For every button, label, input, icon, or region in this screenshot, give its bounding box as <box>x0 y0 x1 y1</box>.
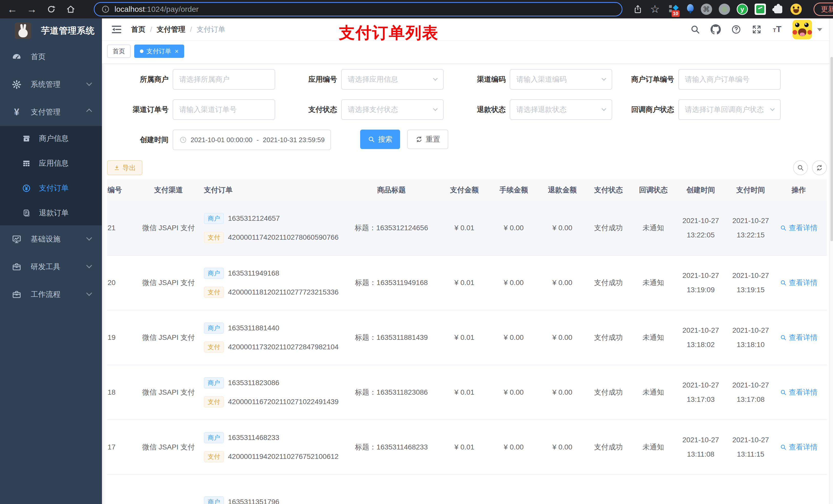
menu-item-label: 首页 <box>31 52 46 62</box>
pin-extension-icon[interactable] <box>687 4 694 15</box>
sidebar-item-商户信息[interactable]: 商户信息 <box>0 126 102 151</box>
command-extension-icon[interactable]: ⌘ <box>701 4 712 15</box>
cell-notify-status <box>631 475 676 504</box>
refresh-table-button[interactable] <box>812 160 827 175</box>
recorder-extension-icon[interactable] <box>719 4 730 15</box>
search-icon <box>368 136 375 143</box>
time-line: 13:22:15 <box>737 229 765 241</box>
cell-id <box>107 475 122 504</box>
search-button[interactable]: 搜索 <box>360 129 400 149</box>
cell-created: 2021-10-2713:22:05 <box>676 201 726 255</box>
filter-input-所属商户[interactable]: 请选择所属商户 <box>173 69 275 90</box>
view-detail-link[interactable]: 查看详情 <box>780 442 818 452</box>
time-line: 13:19:15 <box>737 284 765 296</box>
filter-row-1: 所属商户请选择所属商户应用编号请选择应用信息渠道编码请输入渠道编码商户订单编号请… <box>107 69 833 90</box>
pay-order-tag: 支付 <box>204 396 224 407</box>
sidebar-item-退款订单[interactable]: 退款订单 <box>0 200 102 225</box>
question-button[interactable] <box>731 24 742 35</box>
merchant-order-tag: 商户 <box>204 377 224 388</box>
time-line: 2021-10-27 <box>682 434 719 446</box>
chat-extension-icon[interactable] <box>755 4 766 15</box>
merchant-order-no: 1635311949168 <box>228 269 279 278</box>
filter-select-支付状态[interactable]: 请选择支付状态 <box>341 99 444 120</box>
table-row: 商户1635311351796 <box>107 475 827 504</box>
cell-notify-status: 未通知 <box>631 420 676 474</box>
home-icon[interactable] <box>63 2 78 17</box>
filter-select-应用编号[interactable]: 请选择应用信息 <box>341 69 444 90</box>
scrollbar-thumb[interactable] <box>830 57 833 241</box>
sidebar-item-工作流程[interactable]: 工作流程 <box>0 281 102 308</box>
search-button[interactable] <box>690 24 701 35</box>
tab-close-icon[interactable]: × <box>175 47 178 55</box>
table-row: 20微信 JSAPI 支付商户1635311949168支付4200001181… <box>107 256 827 310</box>
view-detail-link[interactable]: 查看详情 <box>780 387 818 397</box>
filter-input-商户订单编号[interactable]: 请输入商户订单编号 <box>678 69 781 90</box>
filter-input-渠道订单号[interactable]: 请输入渠道订单号 <box>173 99 275 120</box>
caret-down-icon[interactable] <box>817 28 822 34</box>
view-detail-link[interactable]: 查看详情 <box>780 223 818 233</box>
collapse-sidebar-icon[interactable] <box>111 24 122 35</box>
sidebar-item-系统管理[interactable]: 系统管理 <box>0 71 102 98</box>
cell-channel <box>133 475 205 504</box>
annotation-title: 支付订单列表 <box>339 22 439 44</box>
reset-button[interactable]: 重置 <box>407 129 448 149</box>
cell-channel: 微信 JSAPI 支付 <box>133 201 205 255</box>
page-scrollbar[interactable] <box>829 19 833 504</box>
cell-pay-status: 支付成功 <box>586 365 631 419</box>
sidebar-item-支付管理[interactable]: ¥支付管理 <box>0 98 102 126</box>
view-detail-link[interactable]: 查看详情 <box>780 278 818 288</box>
filter-select-退款状态[interactable]: 请选择退款状态 <box>510 99 612 120</box>
share-icon[interactable] <box>633 5 642 14</box>
pay-order-no: 4200001173202110272847982104 <box>228 343 339 351</box>
forward-icon[interactable]: → <box>24 2 40 17</box>
reload-icon[interactable] <box>44 2 59 17</box>
time-line: 13:11:15 <box>737 449 764 460</box>
avatar[interactable] <box>792 20 812 39</box>
cell-id: 21 <box>107 201 122 255</box>
sidebar-item-基础设施[interactable]: 基础设施 <box>0 225 102 253</box>
view-detail-link[interactable]: 查看详情 <box>780 333 818 342</box>
filter-select-回调商户状态[interactable]: 请选择订单回调商户状态 <box>678 99 781 120</box>
y-extension-icon[interactable]: y <box>737 4 748 15</box>
cell-id: 18 <box>107 365 122 419</box>
extensions-puzzle-icon[interactable] <box>772 4 784 15</box>
font-size-button[interactable]: TT <box>771 24 783 35</box>
date-range-input[interactable]: 2021-10-01 00:00:00 - 2021-10-31 23:59:5… <box>173 129 331 150</box>
menu-item-label: 工作流程 <box>31 289 61 299</box>
table-row: 18微信 JSAPI 支付商户1635311823086支付4200001167… <box>107 365 827 420</box>
browser-update-button[interactable]: 更新 <box>813 3 833 16</box>
browser-extensions: 10 ⌘ y <box>669 4 802 15</box>
address-bar[interactable]: localhost:1024/pay/order <box>94 2 622 16</box>
bookmark-star-icon[interactable]: ☆ <box>650 4 660 15</box>
shop-icon <box>22 134 31 143</box>
emoji-extension-icon[interactable] <box>790 4 802 15</box>
date-start: 2021-10-01 00:00:00 <box>191 136 252 144</box>
extension-icon[interactable]: 10 <box>669 4 680 15</box>
filter-select-渠道编码[interactable]: 请输入渠道编码 <box>510 69 612 90</box>
tab-支付订单[interactable]: 支付订单× <box>134 45 184 58</box>
cell-created: 2021-10-2713:19:09 <box>676 256 726 310</box>
sidebar-item-支付订单[interactable]: 支付订单 <box>0 176 102 200</box>
fullscreen-button[interactable] <box>751 24 762 35</box>
chevron-up-icon <box>86 109 92 115</box>
column-header-退款金额: 退款金额 <box>539 179 586 201</box>
view-detail-label: 查看详情 <box>789 387 818 397</box>
search-icon <box>780 280 787 286</box>
monitor-icon <box>12 234 22 244</box>
sidebar-item-应用信息[interactable]: 应用信息 <box>0 151 102 176</box>
back-icon[interactable]: ← <box>5 2 20 17</box>
github-button[interactable] <box>710 24 721 35</box>
merchant-order-no: 1635311823086 <box>228 379 279 387</box>
breadcrumb-item[interactable]: 首页 <box>131 25 145 34</box>
filter-label: 创建时间 <box>107 135 169 145</box>
cell-created: 2021-10-2713:17:03 <box>676 365 726 419</box>
cell-order-numbers: 商户1635311351796 <box>194 475 343 504</box>
tab-首页[interactable]: 首页 <box>107 45 130 58</box>
sidebar-item-研发工具[interactable]: 研发工具 <box>0 253 102 281</box>
sidebar-item-首页[interactable]: 首页 <box>0 43 102 71</box>
export-button[interactable]: 导出 <box>107 160 142 175</box>
breadcrumb-item[interactable]: 支付管理 <box>157 25 186 34</box>
pay-order: 支付4200001181202110277723215336 <box>204 287 339 298</box>
placeholder-text: 请选择订单回调商户状态 <box>685 105 764 115</box>
hide-search-button[interactable] <box>793 160 808 175</box>
